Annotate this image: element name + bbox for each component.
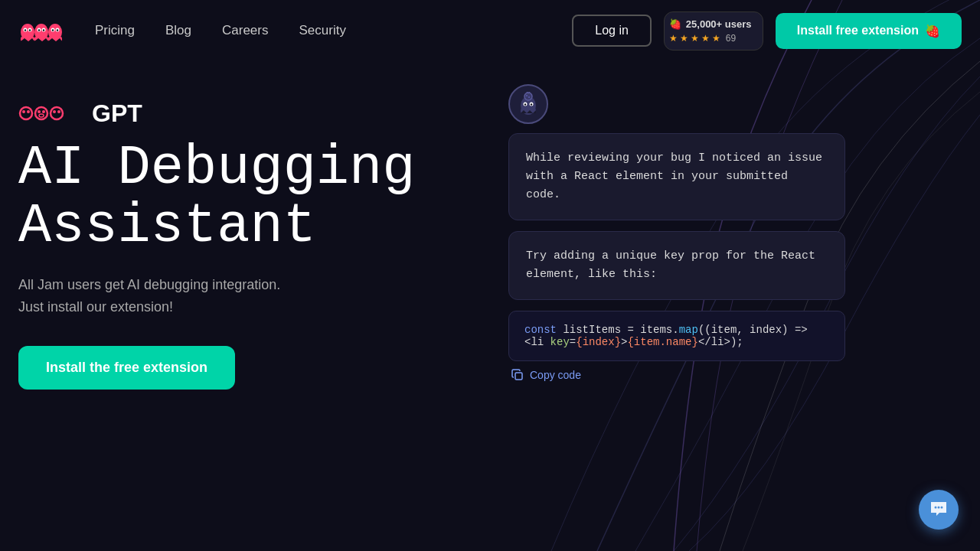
nav-left: Pricing Blog Careers Security xyxy=(18,14,346,48)
star-3: ★ xyxy=(691,33,699,44)
svg-point-39 xyxy=(526,95,528,96)
badge-icon: 🍓 xyxy=(669,18,681,30)
chat-avatar xyxy=(508,84,548,124)
chat-bubble-2: Try adding a unique key prop for the Rea… xyxy=(508,231,845,300)
svg-point-44 xyxy=(935,507,937,509)
copy-code-row[interactable]: Copy code xyxy=(508,369,962,381)
badge-users: 25,000+ users xyxy=(686,18,752,30)
hero-subtitle: All Jam users get AI debugging integrati… xyxy=(18,274,462,318)
star-4: ★ xyxy=(701,33,710,44)
svg-point-37 xyxy=(531,103,532,105)
nav-careers[interactable]: Careers xyxy=(222,23,268,37)
cta-install-button[interactable]: Install the free extension xyxy=(18,346,235,390)
copy-code-label: Copy code xyxy=(530,369,581,381)
svg-point-5 xyxy=(24,29,26,31)
svg-point-6 xyxy=(29,29,31,31)
star-2: ★ xyxy=(680,33,688,44)
nav-pricing[interactable]: Pricing xyxy=(95,23,135,37)
svg-point-46 xyxy=(941,507,943,509)
install-extension-button[interactable]: Install free extension 🍓 xyxy=(776,13,962,49)
svg-point-25 xyxy=(38,110,41,113)
svg-point-19 xyxy=(52,29,54,31)
svg-point-26 xyxy=(42,110,45,113)
star-5-half: ★ xyxy=(712,33,720,44)
chat-fab-button[interactable] xyxy=(919,490,959,530)
install-badge: 🍓 25,000+ users ★ ★ ★ ★ ★ 69 xyxy=(664,11,763,51)
svg-point-29 xyxy=(53,110,56,113)
nav-blog[interactable]: Blog xyxy=(165,23,191,37)
chat-fab-icon xyxy=(929,500,949,520)
copy-icon xyxy=(511,369,524,381)
strawberry-icon: 🍓 xyxy=(925,24,940,38)
svg-point-27 xyxy=(39,114,44,117)
login-button[interactable]: Log in xyxy=(572,15,652,47)
main-content: GPT AI Debugging Assistant All Jam users… xyxy=(0,61,980,551)
svg-point-30 xyxy=(57,110,60,113)
nav-right: Log in 🍓 25,000+ users ★ ★ ★ ★ ★ 69 Inst… xyxy=(572,11,962,51)
svg-rect-43 xyxy=(515,373,522,380)
svg-point-36 xyxy=(524,103,526,105)
navbar: Pricing Blog Careers Security Log in 🍓 2… xyxy=(0,0,980,61)
nav-security[interactable]: Security xyxy=(299,23,345,37)
logo-icon xyxy=(18,14,64,48)
star-1: ★ xyxy=(669,33,678,44)
jam-gpt-logo-small xyxy=(18,100,87,127)
svg-point-28 xyxy=(51,107,63,119)
svg-point-40 xyxy=(528,96,530,98)
svg-point-38 xyxy=(524,93,532,100)
left-panel: GPT AI Debugging Assistant All Jam users… xyxy=(18,77,462,390)
svg-point-12 xyxy=(38,29,40,31)
install-button-label: Install free extension xyxy=(797,24,919,37)
svg-point-23 xyxy=(27,110,30,113)
jam-gpt-label: GPT xyxy=(18,99,462,128)
svg-point-45 xyxy=(938,507,940,509)
svg-point-20 xyxy=(57,29,58,31)
gpt-text: GPT xyxy=(92,99,142,128)
svg-point-13 xyxy=(43,29,44,31)
svg-point-21 xyxy=(20,107,32,119)
logo[interactable] xyxy=(18,14,64,48)
hero-headline: AI Debugging Assistant xyxy=(18,140,462,256)
svg-point-22 xyxy=(22,110,25,113)
chat-bubble-1: While reviewing your bug I noticed an is… xyxy=(508,133,845,220)
nav-links: Pricing Blog Careers Security xyxy=(95,23,346,38)
right-panel: While reviewing your bug I noticed an is… xyxy=(462,77,962,381)
review-count: 69 xyxy=(726,33,736,44)
code-line-1: const listItems = items.map((item, index… xyxy=(524,324,829,348)
code-block: const listItems = items.map((item, index… xyxy=(508,311,845,361)
